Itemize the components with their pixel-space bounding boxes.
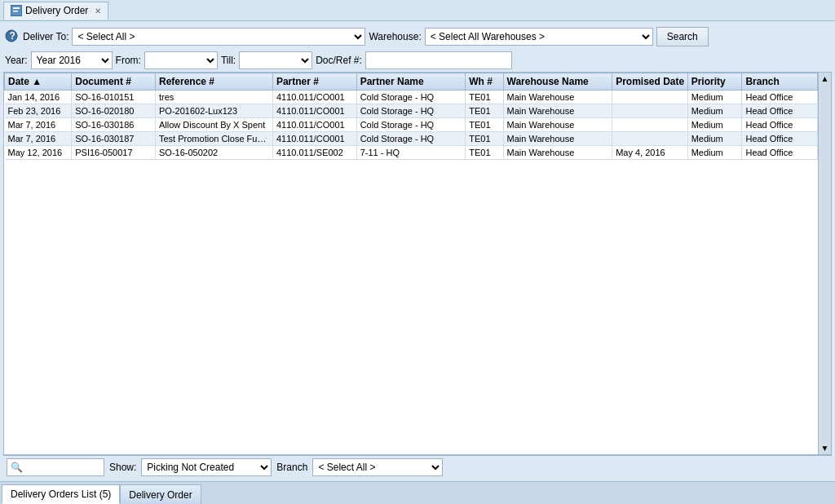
cell-date: Mar 7, 2016 [5, 118, 72, 132]
title-bar: Delivery Order ✕ [0, 0, 835, 21]
cell-reference: Test Promotion Close Function [156, 132, 273, 146]
show-select[interactable]: Picking Not Created All Picking Created [141, 458, 272, 476]
svg-text:?: ? [10, 30, 15, 42]
cell-partner: 4110.011/SE002 [272, 146, 356, 160]
cell-warehouse_name: Main Warehouse [503, 118, 612, 132]
show-label: Show: [109, 462, 136, 473]
year-label: Year: [5, 55, 28, 66]
bottom-filter-bar: 🔍 Show: Picking Not Created All Picking … [3, 455, 832, 478]
cell-warehouse_name: Main Warehouse [503, 91, 612, 104]
cell-partner: 4110.011/CO001 [272, 132, 356, 146]
cell-document: SO-16-030187 [72, 132, 156, 146]
cell-warehouse_name: Main Warehouse [503, 132, 612, 146]
data-table: Date ▲ Document # Reference # Partner # [4, 73, 818, 160]
cell-promised_date [612, 132, 688, 146]
bottom-search-input[interactable] [24, 462, 98, 472]
col-header-warehouse-name[interactable]: Warehouse Name [503, 73, 612, 91]
bottom-tabs: Delivery Orders List (5) Delivery Order [0, 481, 835, 504]
vertical-scrollbar[interactable]: ▲ ▼ [818, 73, 831, 454]
cell-wh: TE01 [466, 132, 503, 146]
table-row[interactable]: Jan 14, 2016SO-16-010151tres4110.011/CO0… [5, 91, 818, 104]
cell-branch: Head Office [742, 91, 818, 104]
col-header-partner[interactable]: Partner # [272, 73, 356, 91]
cell-date: Mar 7, 2016 [5, 132, 72, 146]
warehouse-select[interactable]: < Select All Warehouses > [425, 28, 653, 46]
cell-date: Feb 23, 2016 [5, 104, 72, 118]
cell-partner_name: 7-11 - HQ [356, 146, 466, 160]
help-icon: ? [5, 29, 18, 45]
toolbar-row-1: ? Deliver To: < Select All > Warehouse: … [3, 24, 832, 49]
window-tab[interactable]: Delivery Order ✕ [3, 2, 108, 20]
cell-date: May 12, 2016 [5, 146, 72, 160]
cell-date: Jan 14, 2016 [5, 91, 72, 104]
col-header-document[interactable]: Document # [72, 73, 156, 91]
cell-priority: Medium [687, 91, 742, 104]
col-header-partner-name[interactable]: Partner Name [356, 73, 466, 91]
col-header-reference[interactable]: Reference # [156, 73, 273, 91]
col-header-branch[interactable]: Branch [742, 73, 818, 91]
from-label: From: [116, 55, 141, 66]
cell-wh: TE01 [466, 91, 503, 104]
deliver-to-label: Deliver To: [23, 31, 68, 42]
window-tab-label: Delivery Order [25, 5, 88, 16]
warehouse-label: Warehouse: [369, 31, 421, 42]
branch-select[interactable]: < Select All > [312, 458, 443, 476]
cell-partner: 4110.011/CO001 [272, 91, 356, 104]
cell-reference: SO-16-050202 [156, 146, 273, 160]
search-box[interactable]: 🔍 [7, 458, 104, 476]
cell-partner_name: Cold Storage - HQ [356, 91, 466, 104]
main-container: ? Deliver To: < Select All > Warehouse: … [0, 21, 835, 481]
cell-document: SO-16-020180 [72, 104, 156, 118]
col-header-priority[interactable]: Priority [687, 73, 742, 91]
table-row[interactable]: Mar 7, 2016SO-16-030187Test Promotion Cl… [5, 132, 818, 146]
search-button[interactable]: Search [656, 27, 709, 46]
svg-rect-2 [13, 11, 18, 12]
cell-partner: 4110.011/CO001 [272, 104, 356, 118]
cell-wh: TE01 [466, 118, 503, 132]
cell-partner_name: Cold Storage - HQ [356, 118, 466, 132]
cell-branch: Head Office [742, 118, 818, 132]
cell-document: PSI16-050017 [72, 146, 156, 160]
table-row[interactable]: Mar 7, 2016SO-16-030186Allow Discount By… [5, 118, 818, 132]
till-select[interactable] [239, 51, 312, 69]
data-table-container: Date ▲ Document # Reference # Partner # [3, 72, 832, 455]
branch-label: Branch [276, 462, 307, 473]
from-select[interactable] [144, 51, 218, 69]
scroll-up-icon[interactable]: ▲ [821, 74, 829, 83]
doc-ref-input[interactable] [365, 51, 512, 69]
cell-priority: Medium [687, 132, 742, 146]
year-select[interactable]: Year 2016 [31, 51, 113, 69]
cell-warehouse_name: Main Warehouse [503, 146, 612, 160]
cell-reference: Allow Discount By X Spent [156, 118, 273, 132]
cell-priority: Medium [687, 146, 742, 160]
cell-partner_name: Cold Storage - HQ [356, 104, 466, 118]
col-header-wh[interactable]: Wh # [466, 73, 503, 91]
deliver-to-select[interactable]: < Select All > [72, 28, 365, 46]
cell-warehouse_name: Main Warehouse [503, 104, 612, 118]
cell-promised_date [612, 91, 688, 104]
delivery-order-icon [11, 5, 22, 16]
cell-promised_date: May 4, 2016 [612, 146, 688, 160]
cell-branch: Head Office [742, 146, 818, 160]
cell-branch: Head Office [742, 104, 818, 118]
table-row[interactable]: May 12, 2016PSI16-050017SO-16-0502024110… [5, 146, 818, 160]
search-icon: 🔍 [11, 462, 23, 473]
cell-partner: 4110.011/CO001 [272, 118, 356, 132]
table-row[interactable]: Feb 23, 2016SO-16-020180PO-201602-Lux123… [5, 104, 818, 118]
cell-reference: PO-201602-Lux123 [156, 104, 273, 118]
col-header-date[interactable]: Date ▲ [5, 73, 72, 91]
svg-rect-1 [13, 7, 20, 9]
scroll-down-icon[interactable]: ▼ [821, 444, 829, 453]
tab-close-button[interactable]: ✕ [95, 7, 101, 15]
cell-branch: Head Office [742, 132, 818, 146]
cell-document: SO-16-030186 [72, 118, 156, 132]
toolbar-row-2: Year: Year 2016 From: Till: Doc/Ref #: [3, 49, 832, 72]
cell-wh: TE01 [466, 104, 503, 118]
col-header-promised-date[interactable]: Promised Date [612, 73, 688, 91]
cell-promised_date [612, 104, 688, 118]
tab-delivery-orders-list[interactable]: Delivery Orders List (5) [2, 484, 120, 504]
cell-document: SO-16-010151 [72, 91, 156, 104]
cell-wh: TE01 [466, 146, 503, 160]
cell-promised_date [612, 118, 688, 132]
tab-delivery-order[interactable]: Delivery Order [120, 484, 201, 504]
